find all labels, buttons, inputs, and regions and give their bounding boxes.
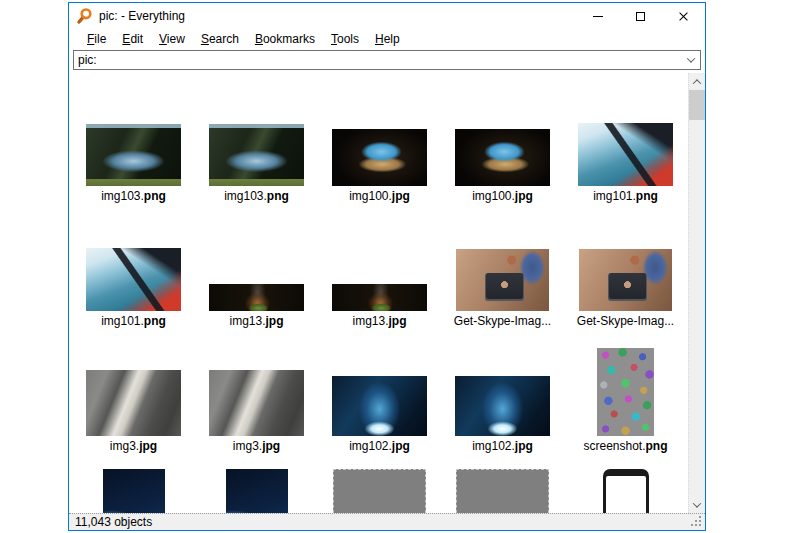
file-name-label: img13.jpg [229, 313, 283, 331]
file-item[interactable]: img102.jpg [318, 344, 441, 456]
maximize-icon [636, 12, 645, 21]
file-thumbnail [597, 348, 654, 436]
file-thumbnail [333, 469, 426, 513]
file-name-label: img102.jpg [472, 438, 533, 456]
file-name-label: screenshot.png [583, 438, 667, 456]
object-count: 11,043 objects [75, 515, 152, 529]
search-dropdown-button[interactable] [682, 51, 700, 69]
file-name-label: img3.jpg [110, 438, 157, 456]
file-thumbnail [86, 248, 181, 311]
scrollbar-thumb[interactable] [689, 90, 705, 120]
file-name-label: img3.jpg [233, 438, 280, 456]
file-name-label: img102.jpg [349, 438, 410, 456]
file-item[interactable]: img3.jpg [72, 344, 195, 456]
file-thumbnail [209, 370, 304, 436]
file-item[interactable]: img101.png [72, 219, 195, 331]
file-item[interactable]: Get-Skype-Imag... [441, 219, 564, 331]
file-thumbnail [456, 469, 549, 513]
file-thumbnail [226, 469, 288, 513]
minimize-button[interactable] [576, 3, 619, 29]
file-item[interactable]: img103.png [72, 94, 195, 206]
file-item[interactable]: img100.jpg [318, 94, 441, 206]
search-row [69, 49, 705, 73]
file-item[interactable] [564, 469, 687, 513]
file-item[interactable] [72, 469, 195, 513]
search-input[interactable] [74, 51, 700, 69]
file-name-label: img101.png [593, 188, 658, 206]
file-thumbnail [332, 284, 427, 311]
file-name-label: Get-Skype-Imag... [454, 313, 551, 331]
file-item[interactable]: Get-Skype-Imag... [564, 219, 687, 331]
results-area: img103.png img103.png img100.jpg img100.… [69, 73, 705, 513]
file-thumbnail [209, 284, 304, 311]
file-thumbnail [579, 249, 672, 311]
chevron-down-icon [687, 54, 695, 62]
menu-bar: File Edit View Search Bookmarks Tools He… [69, 29, 705, 49]
scroll-up-button[interactable] [689, 73, 705, 90]
file-item[interactable]: img101.png [564, 94, 687, 206]
menu-tools[interactable]: Tools [323, 31, 367, 47]
everything-window: pic: - Everything File Edit View Search … [68, 2, 706, 531]
file-thumbnail [578, 123, 673, 186]
file-item[interactable]: img3.jpg [195, 344, 318, 456]
chevron-up-icon [693, 79, 701, 87]
file-name-label: img103.png [101, 188, 166, 206]
file-item[interactable]: img13.jpg [195, 219, 318, 331]
grid-row: img101.png img13.jpg img13.jpg Get-Skype… [72, 219, 687, 331]
menu-edit[interactable]: Edit [114, 31, 151, 47]
menu-help[interactable]: Help [367, 31, 408, 47]
everything-app-icon [75, 7, 93, 25]
file-name-label: img13.jpg [352, 313, 406, 331]
file-name-label: img100.jpg [349, 188, 410, 206]
file-item[interactable]: img100.jpg [441, 94, 564, 206]
file-thumbnail [603, 469, 649, 513]
search-combobox [73, 50, 701, 70]
file-thumbnail [209, 124, 304, 186]
file-name-label: img101.png [101, 313, 166, 331]
file-thumbnail [332, 376, 427, 436]
file-name-label: Get-Skype-Imag... [577, 313, 674, 331]
file-item[interactable]: screenshot.png [564, 344, 687, 456]
status-bar: 11,043 objects [69, 513, 705, 530]
menu-bookmarks[interactable]: Bookmarks [247, 31, 323, 47]
menu-search[interactable]: Search [193, 31, 247, 47]
title-bar[interactable]: pic: - Everything [69, 3, 705, 29]
file-item[interactable]: img102.jpg [441, 344, 564, 456]
file-name-label: img103.png [224, 188, 289, 206]
grid-row [72, 469, 687, 513]
file-thumbnail [332, 129, 427, 186]
file-thumbnail [455, 129, 550, 186]
thumbnail-grid: img103.png img103.png img100.jpg img100.… [69, 73, 688, 513]
close-button[interactable] [662, 3, 705, 29]
vertical-scrollbar[interactable] [688, 73, 705, 513]
window-controls [576, 3, 705, 29]
scroll-down-button[interactable] [689, 496, 705, 513]
grid-row: img3.jpg img3.jpg img102.jpg img102.jpg … [72, 344, 687, 456]
close-icon [678, 11, 689, 22]
file-item[interactable] [318, 469, 441, 513]
maximize-button[interactable] [619, 3, 662, 29]
file-thumbnail [103, 469, 165, 513]
file-item[interactable]: img13.jpg [318, 219, 441, 331]
window-title: pic: - Everything [99, 9, 185, 23]
menu-file[interactable]: File [79, 31, 114, 47]
chevron-down-icon [693, 499, 701, 507]
file-thumbnail [455, 376, 550, 436]
file-name-label: img100.jpg [472, 188, 533, 206]
minimize-icon [593, 16, 603, 17]
file-thumbnail [86, 370, 181, 436]
file-thumbnail [456, 249, 549, 311]
grid-row: img103.png img103.png img100.jpg img100.… [72, 94, 687, 206]
menu-view[interactable]: View [151, 31, 193, 47]
file-item[interactable] [195, 469, 318, 513]
resize-grip[interactable] [691, 516, 702, 527]
file-item[interactable] [441, 469, 564, 513]
file-item[interactable]: img103.png [195, 94, 318, 206]
file-thumbnail [86, 124, 181, 186]
